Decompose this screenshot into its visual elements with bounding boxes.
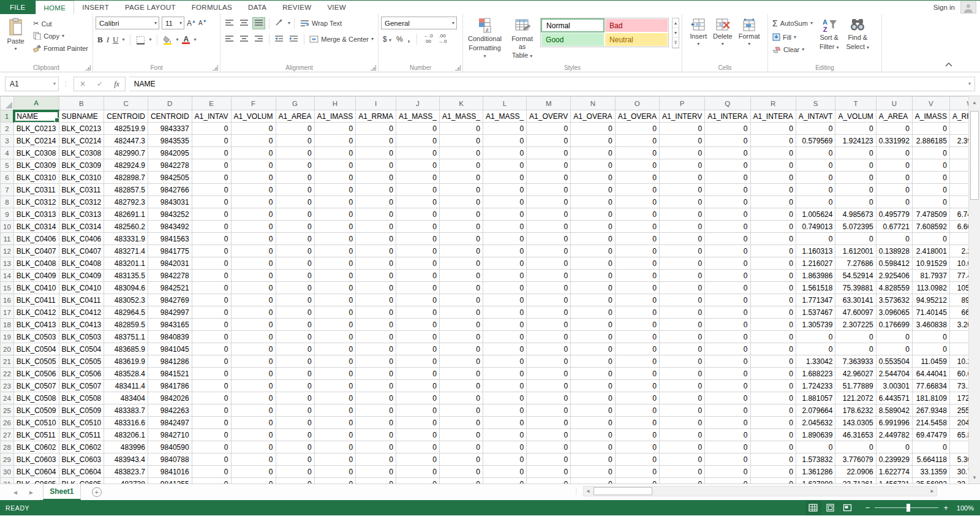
cell[interactable]: 0: [192, 343, 231, 355]
cell[interactable]: 0: [660, 233, 705, 245]
cell[interactable]: 0: [527, 172, 571, 184]
cell[interactable]: 2.886185: [912, 135, 949, 147]
tab-review[interactable]: REVIEW: [274, 1, 319, 14]
cell[interactable]: 0: [527, 294, 571, 306]
cell[interactable]: 1.771347: [796, 294, 835, 306]
cell[interactable]: 0: [192, 221, 231, 233]
cell[interactable]: 0: [527, 355, 571, 368]
cell[interactable]: 0: [876, 331, 912, 343]
cell[interactable]: 9842497: [148, 417, 192, 429]
cell[interactable]: BLK_C0507: [13, 380, 59, 392]
cell[interactable]: 0: [660, 123, 705, 135]
cell[interactable]: 0: [440, 282, 483, 294]
cell[interactable]: 33.1359: [912, 466, 949, 478]
cell[interactable]: 0: [483, 270, 527, 282]
cell[interactable]: 483738: [104, 478, 148, 484]
cell[interactable]: 9843492: [148, 221, 192, 233]
cell[interactable]: 0: [571, 270, 615, 282]
cell[interactable]: 0: [750, 147, 796, 159]
row-header[interactable]: 2: [1, 123, 14, 135]
cell[interactable]: 0: [705, 159, 750, 172]
cell[interactable]: 3.776079: [835, 453, 876, 466]
column-header[interactable]: G: [276, 97, 314, 110]
cell[interactable]: 1.612001: [835, 245, 876, 257]
cell[interactable]: 0: [796, 159, 835, 172]
cell[interactable]: 0: [396, 245, 439, 257]
scroll-down-icon[interactable]: ▼: [969, 471, 980, 484]
cell[interactable]: 0: [192, 441, 231, 453]
cell[interactable]: 0: [231, 257, 276, 270]
cell[interactable]: 0: [571, 196, 615, 208]
row-header[interactable]: 13: [1, 257, 14, 270]
cell[interactable]: A1_AREA: [276, 110, 314, 123]
cell[interactable]: BLK_C0407: [13, 245, 59, 257]
cell[interactable]: 0: [796, 147, 835, 159]
cell[interactable]: 0: [750, 404, 796, 417]
cell[interactable]: CENTROID: [104, 110, 148, 123]
cell[interactable]: 0: [276, 368, 314, 380]
font-dialog-launcher[interactable]: [213, 65, 218, 70]
cell[interactable]: 0: [615, 135, 659, 147]
row-header[interactable]: 8: [1, 196, 14, 208]
cell[interactable]: 0: [750, 208, 796, 221]
cell[interactable]: 0: [615, 343, 659, 355]
cell[interactable]: 0: [356, 331, 396, 343]
cell[interactable]: 3.460838: [912, 319, 949, 331]
cell[interactable]: 0: [192, 282, 231, 294]
cell[interactable]: 0: [314, 257, 356, 270]
cell[interactable]: 1.561518: [796, 282, 835, 294]
cell[interactable]: 0: [483, 221, 527, 233]
cell[interactable]: 0: [660, 343, 705, 355]
user-avatar-icon[interactable]: [960, 1, 976, 13]
column-header[interactable]: S: [796, 97, 835, 110]
cell[interactable]: 0: [314, 245, 356, 257]
cell[interactable]: 483094.6: [104, 282, 148, 294]
cell[interactable]: 0: [750, 319, 796, 331]
cell[interactable]: 0: [705, 380, 750, 392]
row-header[interactable]: 3: [1, 135, 14, 147]
row-header[interactable]: 29: [1, 453, 14, 466]
cell[interactable]: 0: [750, 270, 796, 282]
cell[interactable]: 181.8109: [912, 392, 949, 404]
cell[interactable]: 0: [705, 147, 750, 159]
cell[interactable]: 0: [483, 196, 527, 208]
cell[interactable]: 0: [276, 208, 314, 221]
cut-button[interactable]: ✂ Cut: [31, 18, 90, 29]
cell[interactable]: 143.0305: [835, 417, 876, 429]
gallery-scroll-down-icon[interactable]: ▼: [673, 28, 679, 38]
cell[interactable]: 0: [615, 221, 659, 233]
format-cells-button[interactable]: Format ▾: [736, 17, 763, 48]
cell[interactable]: 0: [705, 368, 750, 380]
cell[interactable]: 0: [396, 404, 439, 417]
cell[interactable]: 0: [527, 404, 571, 417]
zoom-slider-handle[interactable]: [907, 504, 910, 512]
cell[interactable]: 0: [571, 159, 615, 172]
cell[interactable]: 0: [705, 282, 750, 294]
cell[interactable]: 0: [276, 184, 314, 196]
cell[interactable]: 0: [527, 245, 571, 257]
cell[interactable]: 1.622774: [876, 466, 912, 478]
cell[interactable]: 0: [192, 208, 231, 221]
enter-icon[interactable]: ✓: [91, 80, 108, 88]
cell[interactable]: 482859.5: [104, 319, 148, 331]
cell[interactable]: 0: [231, 331, 276, 343]
cell[interactable]: 9841775: [148, 245, 192, 257]
number-format-combo[interactable]: General▾: [381, 17, 457, 29]
cell[interactable]: 0: [231, 245, 276, 257]
cell[interactable]: BLK_C0407: [59, 245, 104, 257]
cell[interactable]: 0: [231, 221, 276, 233]
cell[interactable]: 0: [660, 172, 705, 184]
align-center-icon[interactable]: [238, 33, 251, 45]
cell[interactable]: 0: [796, 441, 835, 453]
cell[interactable]: 0.67721: [876, 221, 912, 233]
cell[interactable]: 0: [231, 380, 276, 392]
cell[interactable]: 0: [483, 392, 527, 404]
number-dialog-launcher[interactable]: [455, 65, 461, 70]
cell[interactable]: 483316.6: [104, 417, 148, 429]
row-header[interactable]: 22: [1, 368, 14, 380]
cell[interactable]: 0: [615, 441, 659, 453]
find-select-button[interactable]: Find & Select ▾: [843, 17, 872, 55]
cell[interactable]: 0: [396, 208, 439, 221]
cell[interactable]: 0: [912, 233, 949, 245]
cell[interactable]: BLK_C0313: [13, 208, 59, 221]
